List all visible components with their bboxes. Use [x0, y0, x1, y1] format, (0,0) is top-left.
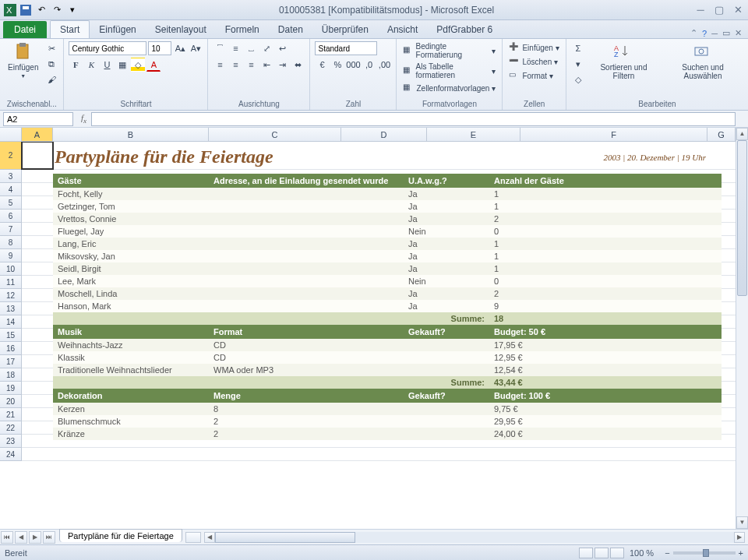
workbook-minimize-icon[interactable]: ─	[711, 29, 718, 38]
row-header[interactable]: 13	[0, 302, 22, 315]
row-header[interactable]: 17	[0, 355, 22, 368]
col-header-d[interactable]: D	[341, 128, 427, 141]
col-header-e[interactable]: E	[427, 128, 520, 141]
cut-icon[interactable]: ✂	[44, 41, 58, 55]
select-all-corner[interactable]	[0, 128, 22, 141]
align-top-icon[interactable]: ⎴	[213, 41, 227, 55]
decrease-indent-icon[interactable]: ⇤	[259, 58, 273, 72]
percent-icon[interactable]: %	[330, 58, 344, 72]
number-format-combo[interactable]: Standard	[315, 41, 377, 55]
row-header[interactable]: 7	[0, 223, 22, 236]
col-header-f[interactable]: F	[520, 128, 707, 141]
zoom-in-icon[interactable]: +	[739, 548, 743, 558]
cell-styles-button[interactable]: ▦Zellenformatvorlagen ▾	[401, 82, 497, 94]
zoom-level[interactable]: 100 %	[630, 548, 654, 558]
row-header[interactable]: 19	[0, 382, 22, 395]
fx-icon[interactable]: fx	[76, 113, 91, 125]
row-header[interactable]: 2	[0, 142, 22, 170]
conditional-format-button[interactable]: ▦Bedingte Formatierung ▾	[401, 41, 497, 60]
row-header[interactable]: 4	[0, 183, 22, 196]
tab-start[interactable]: Start	[50, 20, 90, 38]
save-icon[interactable]	[19, 3, 33, 17]
qat-dropdown-icon[interactable]: ▾	[65, 3, 79, 17]
tab-ansicht[interactable]: Ansicht	[378, 21, 427, 38]
row-header[interactable]: 21	[0, 408, 22, 421]
row-header[interactable]: 9	[0, 249, 22, 262]
row-header[interactable]: 15	[0, 329, 22, 342]
scroll-right-icon[interactable]: ▶	[734, 532, 745, 543]
border-icon[interactable]: ▦	[115, 58, 129, 72]
col-header-g[interactable]: G	[707, 128, 736, 141]
row-header[interactable]: 12	[0, 289, 22, 302]
active-cell[interactable]	[22, 142, 53, 169]
row-header[interactable]: 16	[0, 342, 22, 355]
tab-seitenlayout[interactable]: Seitenlayout	[146, 21, 216, 38]
underline-button[interactable]: U	[100, 58, 114, 72]
fill-icon[interactable]: ▾	[571, 57, 585, 71]
insert-cells-button[interactable]: ➕Einfügen ▾	[507, 41, 560, 54]
column-headers[interactable]: A B C D E F G	[0, 128, 736, 142]
formula-input[interactable]	[91, 112, 736, 126]
align-right-icon[interactable]: ≡	[244, 58, 258, 72]
decrease-font-icon[interactable]: A▾	[189, 41, 203, 55]
zoom-out-icon[interactable]: −	[665, 548, 669, 558]
row-header[interactable]: 18	[0, 368, 22, 382]
page-layout-view-icon[interactable]	[595, 548, 609, 558]
scroll-thumb[interactable]	[737, 140, 747, 296]
maximize-button[interactable]: ▢	[712, 5, 726, 16]
help-icon[interactable]: ?	[702, 29, 707, 38]
row-header[interactable]: 10	[0, 262, 22, 276]
orientation-icon[interactable]: ⤢	[259, 41, 273, 55]
autosum-icon[interactable]: Σ	[571, 41, 585, 55]
thousands-icon[interactable]: 000	[346, 58, 360, 72]
col-header-a[interactable]: A	[22, 128, 53, 141]
merge-icon[interactable]: ⬌	[291, 58, 305, 72]
file-tab[interactable]: Datei	[3, 21, 47, 38]
close-button[interactable]: ✕	[731, 5, 745, 16]
redo-icon[interactable]: ↷	[50, 3, 64, 17]
row-header[interactable]: 5	[0, 196, 22, 210]
copy-icon[interactable]: ⧉	[44, 57, 58, 71]
scroll-down-icon[interactable]: ▼	[736, 516, 748, 529]
font-color-icon[interactable]: A	[146, 58, 161, 72]
minimize-button[interactable]: ─	[693, 5, 707, 16]
row-header[interactable]: 6	[0, 210, 22, 223]
page-break-view-icon[interactable]	[610, 548, 624, 558]
row-header[interactable]: 14	[0, 315, 22, 329]
tab-daten[interactable]: Daten	[269, 21, 312, 38]
increase-indent-icon[interactable]: ⇥	[275, 58, 289, 72]
tab-ueberpruefen[interactable]: Überprüfen	[312, 21, 378, 38]
clear-icon[interactable]: ◇	[571, 72, 585, 86]
vertical-scrollbar[interactable]: ▲ ▼	[736, 128, 748, 529]
last-sheet-icon[interactable]: ⏭	[43, 531, 55, 544]
worksheet[interactable]: A B C D E F G 23456789101112131415161718…	[0, 128, 736, 529]
increase-decimal-icon[interactable]: ,0	[362, 58, 376, 72]
prev-sheet-icon[interactable]: ◀	[15, 531, 27, 544]
paste-button[interactable]: Einfügen ▼	[5, 41, 41, 80]
delete-cells-button[interactable]: ➖Löschen ▾	[507, 55, 559, 68]
row-header[interactable]: 24	[0, 448, 22, 461]
normal-view-icon[interactable]	[579, 548, 593, 558]
name-box[interactable]	[3, 112, 73, 126]
row-header[interactable]: 23	[0, 435, 22, 448]
sort-filter-button[interactable]: AZ Sortieren und Filtern	[588, 41, 659, 82]
minimize-ribbon-icon[interactable]: ⌃	[690, 28, 697, 38]
row-header[interactable]: 8	[0, 236, 22, 249]
fill-color-icon[interactable]: ◇	[131, 58, 145, 72]
format-table-button[interactable]: ▦Als Tabelle formatieren ▾	[401, 62, 497, 80]
find-select-button[interactable]: Suchen und Auswählen	[662, 41, 743, 82]
workbook-restore-icon[interactable]: ▭	[722, 28, 730, 38]
sheet-tab[interactable]: Partypläne für die Feiertage	[59, 529, 182, 542]
zoom-slider[interactable]	[673, 551, 736, 555]
decrease-decimal-icon[interactable]: ,00	[377, 58, 391, 72]
wrap-text-icon[interactable]: ↩	[275, 41, 289, 55]
tab-formeln[interactable]: Formeln	[216, 21, 269, 38]
horizontal-scrollbar[interactable]: ◀ ▶	[204, 532, 745, 543]
row-header[interactable]: 3	[0, 170, 22, 183]
col-header-b[interactable]: B	[53, 128, 209, 141]
next-sheet-icon[interactable]: ▶	[29, 531, 41, 544]
col-header-c[interactable]: C	[209, 128, 341, 141]
font-name-combo[interactable]: Century Gothic	[69, 41, 146, 55]
align-middle-icon[interactable]: ≡	[228, 41, 242, 55]
first-sheet-icon[interactable]: ⏮	[1, 531, 13, 544]
